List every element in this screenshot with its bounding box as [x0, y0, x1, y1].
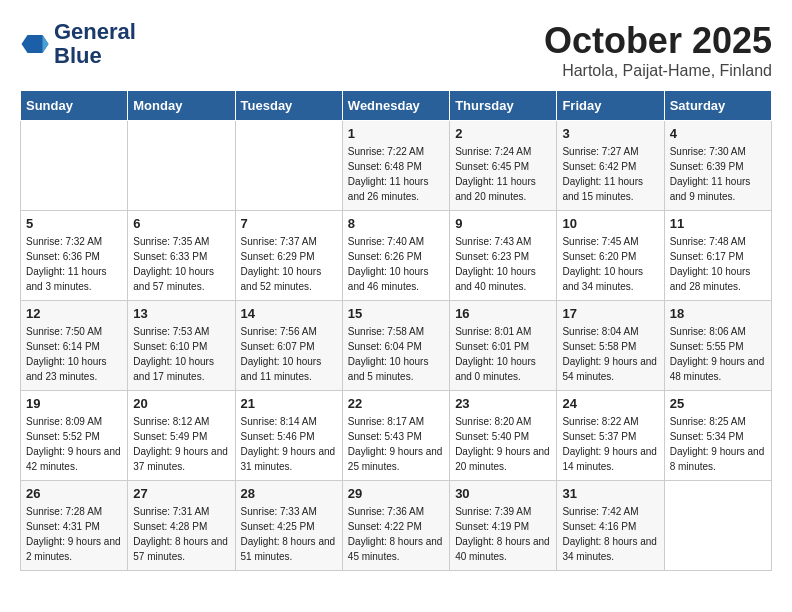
- cell-info: Sunrise: 7:22 AMSunset: 6:48 PMDaylight:…: [348, 144, 444, 204]
- cell-info: Sunrise: 7:30 AMSunset: 6:39 PMDaylight:…: [670, 144, 766, 204]
- day-number: 29: [348, 486, 444, 501]
- weekday-header-thursday: Thursday: [450, 91, 557, 121]
- day-number: 13: [133, 306, 229, 321]
- logo-icon: [20, 29, 50, 59]
- day-number: 2: [455, 126, 551, 141]
- calendar-cell: 24Sunrise: 8:22 AMSunset: 5:37 PMDayligh…: [557, 391, 664, 481]
- cell-info: Sunrise: 7:53 AMSunset: 6:10 PMDaylight:…: [133, 324, 229, 384]
- day-number: 8: [348, 216, 444, 231]
- cell-info: Sunrise: 7:48 AMSunset: 6:17 PMDaylight:…: [670, 234, 766, 294]
- calendar-cell: 29Sunrise: 7:36 AMSunset: 4:22 PMDayligh…: [342, 481, 449, 571]
- logo-text: General Blue: [54, 20, 136, 68]
- cell-info: Sunrise: 8:04 AMSunset: 5:58 PMDaylight:…: [562, 324, 658, 384]
- cell-info: Sunrise: 7:50 AMSunset: 6:14 PMDaylight:…: [26, 324, 122, 384]
- calendar-cell: 30Sunrise: 7:39 AMSunset: 4:19 PMDayligh…: [450, 481, 557, 571]
- day-number: 26: [26, 486, 122, 501]
- day-number: 18: [670, 306, 766, 321]
- calendar-cell: 4Sunrise: 7:30 AMSunset: 6:39 PMDaylight…: [664, 121, 771, 211]
- calendar-cell: 16Sunrise: 8:01 AMSunset: 6:01 PMDayligh…: [450, 301, 557, 391]
- calendar-cell: 17Sunrise: 8:04 AMSunset: 5:58 PMDayligh…: [557, 301, 664, 391]
- day-number: 1: [348, 126, 444, 141]
- calendar-cell: 31Sunrise: 7:42 AMSunset: 4:16 PMDayligh…: [557, 481, 664, 571]
- cell-info: Sunrise: 7:24 AMSunset: 6:45 PMDaylight:…: [455, 144, 551, 204]
- header: General Blue October 2025 Hartola, Paija…: [20, 20, 772, 80]
- calendar-cell: [128, 121, 235, 211]
- calendar-cell: 12Sunrise: 7:50 AMSunset: 6:14 PMDayligh…: [21, 301, 128, 391]
- location-title: Hartola, Paijat-Hame, Finland: [544, 62, 772, 80]
- calendar-week-1: 1Sunrise: 7:22 AMSunset: 6:48 PMDaylight…: [21, 121, 772, 211]
- calendar-cell: 7Sunrise: 7:37 AMSunset: 6:29 PMDaylight…: [235, 211, 342, 301]
- calendar-cell: 8Sunrise: 7:40 AMSunset: 6:26 PMDaylight…: [342, 211, 449, 301]
- day-number: 4: [670, 126, 766, 141]
- weekday-header-saturday: Saturday: [664, 91, 771, 121]
- calendar-cell: 9Sunrise: 7:43 AMSunset: 6:23 PMDaylight…: [450, 211, 557, 301]
- day-number: 14: [241, 306, 337, 321]
- day-number: 5: [26, 216, 122, 231]
- calendar-cell: 19Sunrise: 8:09 AMSunset: 5:52 PMDayligh…: [21, 391, 128, 481]
- calendar-cell: [664, 481, 771, 571]
- day-number: 24: [562, 396, 658, 411]
- calendar-week-4: 19Sunrise: 8:09 AMSunset: 5:52 PMDayligh…: [21, 391, 772, 481]
- cell-info: Sunrise: 7:31 AMSunset: 4:28 PMDaylight:…: [133, 504, 229, 564]
- cell-info: Sunrise: 7:56 AMSunset: 6:07 PMDaylight:…: [241, 324, 337, 384]
- day-number: 17: [562, 306, 658, 321]
- calendar-cell: 3Sunrise: 7:27 AMSunset: 6:42 PMDaylight…: [557, 121, 664, 211]
- calendar-week-5: 26Sunrise: 7:28 AMSunset: 4:31 PMDayligh…: [21, 481, 772, 571]
- cell-info: Sunrise: 7:58 AMSunset: 6:04 PMDaylight:…: [348, 324, 444, 384]
- day-number: 10: [562, 216, 658, 231]
- calendar-cell: 13Sunrise: 7:53 AMSunset: 6:10 PMDayligh…: [128, 301, 235, 391]
- day-number: 31: [562, 486, 658, 501]
- day-number: 19: [26, 396, 122, 411]
- weekday-header-wednesday: Wednesday: [342, 91, 449, 121]
- calendar-cell: 14Sunrise: 7:56 AMSunset: 6:07 PMDayligh…: [235, 301, 342, 391]
- calendar-week-2: 5Sunrise: 7:32 AMSunset: 6:36 PMDaylight…: [21, 211, 772, 301]
- cell-info: Sunrise: 8:22 AMSunset: 5:37 PMDaylight:…: [562, 414, 658, 474]
- day-number: 15: [348, 306, 444, 321]
- cell-info: Sunrise: 7:28 AMSunset: 4:31 PMDaylight:…: [26, 504, 122, 564]
- calendar-cell: [235, 121, 342, 211]
- calendar-cell: 5Sunrise: 7:32 AMSunset: 6:36 PMDaylight…: [21, 211, 128, 301]
- day-number: 20: [133, 396, 229, 411]
- day-number: 21: [241, 396, 337, 411]
- calendar-cell: 22Sunrise: 8:17 AMSunset: 5:43 PMDayligh…: [342, 391, 449, 481]
- svg-marker-1: [43, 35, 49, 53]
- cell-info: Sunrise: 8:20 AMSunset: 5:40 PMDaylight:…: [455, 414, 551, 474]
- cell-info: Sunrise: 7:45 AMSunset: 6:20 PMDaylight:…: [562, 234, 658, 294]
- day-number: 12: [26, 306, 122, 321]
- cell-info: Sunrise: 7:27 AMSunset: 6:42 PMDaylight:…: [562, 144, 658, 204]
- cell-info: Sunrise: 8:12 AMSunset: 5:49 PMDaylight:…: [133, 414, 229, 474]
- cell-info: Sunrise: 7:33 AMSunset: 4:25 PMDaylight:…: [241, 504, 337, 564]
- day-number: 30: [455, 486, 551, 501]
- calendar-cell: 6Sunrise: 7:35 AMSunset: 6:33 PMDaylight…: [128, 211, 235, 301]
- month-title: October 2025: [544, 20, 772, 62]
- day-number: 9: [455, 216, 551, 231]
- logo: General Blue: [20, 20, 136, 68]
- cell-info: Sunrise: 8:01 AMSunset: 6:01 PMDaylight:…: [455, 324, 551, 384]
- cell-info: Sunrise: 8:17 AMSunset: 5:43 PMDaylight:…: [348, 414, 444, 474]
- cell-info: Sunrise: 7:42 AMSunset: 4:16 PMDaylight:…: [562, 504, 658, 564]
- calendar-cell: 23Sunrise: 8:20 AMSunset: 5:40 PMDayligh…: [450, 391, 557, 481]
- calendar-cell: 20Sunrise: 8:12 AMSunset: 5:49 PMDayligh…: [128, 391, 235, 481]
- calendar-cell: 2Sunrise: 7:24 AMSunset: 6:45 PMDaylight…: [450, 121, 557, 211]
- day-number: 7: [241, 216, 337, 231]
- calendar-cell: 15Sunrise: 7:58 AMSunset: 6:04 PMDayligh…: [342, 301, 449, 391]
- cell-info: Sunrise: 8:14 AMSunset: 5:46 PMDaylight:…: [241, 414, 337, 474]
- title-section: October 2025 Hartola, Paijat-Hame, Finla…: [544, 20, 772, 80]
- weekday-header-tuesday: Tuesday: [235, 91, 342, 121]
- cell-info: Sunrise: 7:36 AMSunset: 4:22 PMDaylight:…: [348, 504, 444, 564]
- day-number: 23: [455, 396, 551, 411]
- calendar-week-3: 12Sunrise: 7:50 AMSunset: 6:14 PMDayligh…: [21, 301, 772, 391]
- calendar-cell: [21, 121, 128, 211]
- day-number: 11: [670, 216, 766, 231]
- day-number: 6: [133, 216, 229, 231]
- day-number: 27: [133, 486, 229, 501]
- cell-info: Sunrise: 7:40 AMSunset: 6:26 PMDaylight:…: [348, 234, 444, 294]
- cell-info: Sunrise: 7:39 AMSunset: 4:19 PMDaylight:…: [455, 504, 551, 564]
- day-number: 22: [348, 396, 444, 411]
- calendar-table: SundayMondayTuesdayWednesdayThursdayFrid…: [20, 90, 772, 571]
- weekday-header-friday: Friday: [557, 91, 664, 121]
- cell-info: Sunrise: 8:25 AMSunset: 5:34 PMDaylight:…: [670, 414, 766, 474]
- day-number: 28: [241, 486, 337, 501]
- cell-info: Sunrise: 7:43 AMSunset: 6:23 PMDaylight:…: [455, 234, 551, 294]
- calendar-cell: 27Sunrise: 7:31 AMSunset: 4:28 PMDayligh…: [128, 481, 235, 571]
